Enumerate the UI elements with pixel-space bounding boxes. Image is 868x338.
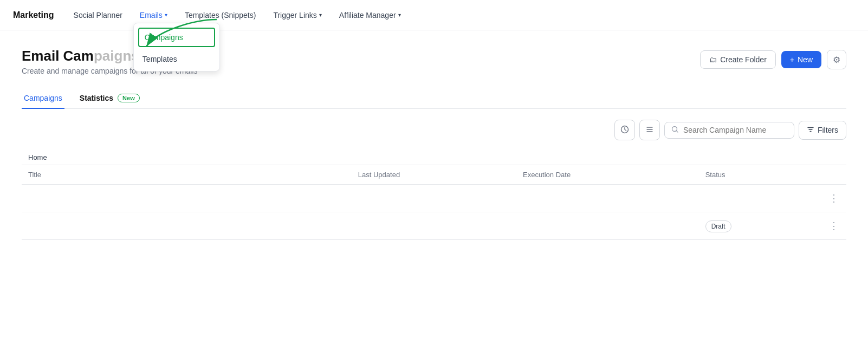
cell-title-1 bbox=[22, 185, 352, 212]
nav-trigger-links[interactable]: Trigger Links ▾ bbox=[267, 8, 328, 23]
clock-view-button[interactable] bbox=[614, 120, 635, 140]
trigger-links-chevron-icon: ▾ bbox=[319, 12, 322, 18]
nav-emails[interactable]: Emails ▾ bbox=[133, 8, 174, 23]
col-header-execution-date: Execution Date bbox=[516, 165, 699, 185]
nav-emails-wrapper: Emails ▾ Campaigns Templates bbox=[133, 8, 174, 23]
header-actions: 🗂 Create Folder + New ⚙ bbox=[700, 50, 846, 69]
filters-button[interactable]: Filters bbox=[799, 121, 846, 140]
gear-icon: ⚙ bbox=[833, 55, 840, 65]
new-button[interactable]: + New bbox=[781, 51, 821, 68]
search-input[interactable] bbox=[683, 126, 787, 134]
filter-icon bbox=[807, 126, 814, 135]
tab-campaigns[interactable]: Campaigns bbox=[22, 88, 64, 109]
tab-statistics[interactable]: Statistics New bbox=[77, 88, 142, 109]
plus-icon: + bbox=[790, 55, 794, 64]
col-header-last-updated: Last Updated bbox=[352, 165, 516, 185]
col-header-title: Title bbox=[22, 165, 352, 185]
new-badge: New bbox=[118, 94, 140, 102]
cell-execution-date-1 bbox=[516, 185, 699, 212]
cell-last-updated-2 bbox=[352, 212, 516, 240]
settings-gear-button[interactable]: ⚙ bbox=[827, 50, 846, 69]
toolbar: Filters bbox=[22, 120, 846, 140]
list-view-button[interactable] bbox=[639, 120, 660, 140]
list-icon bbox=[645, 125, 654, 135]
emails-dropdown-menu: Campaigns Templates bbox=[133, 23, 220, 72]
page-content: Email Campaigns Create and manage campai… bbox=[0, 30, 868, 240]
status-draft-badge: Draft bbox=[705, 220, 731, 232]
cell-status-1 bbox=[699, 185, 822, 212]
table-row: Draft ⋮ bbox=[22, 212, 846, 240]
nav-affiliate-manager[interactable]: Affiliate Manager ▾ bbox=[333, 8, 407, 23]
kebab-menu-button-2[interactable]: ⋮ bbox=[829, 220, 840, 232]
dropdown-item-templates[interactable]: Templates bbox=[134, 49, 219, 69]
create-folder-button[interactable]: 🗂 Create Folder bbox=[700, 50, 776, 69]
emails-chevron-icon: ▾ bbox=[165, 12, 167, 18]
tabs-bar: Campaigns Statistics New bbox=[22, 88, 846, 109]
folder-label: Home bbox=[22, 149, 846, 165]
folder-icon: 🗂 bbox=[709, 55, 717, 64]
kebab-menu-button-1[interactable]: ⋮ bbox=[829, 192, 840, 204]
top-navigation: Marketing Social Planner Emails ▾ Campai… bbox=[0, 0, 868, 30]
nav-social-planner[interactable]: Social Planner bbox=[67, 8, 129, 23]
table-header-row: Title Last Updated Execution Date Status bbox=[22, 165, 846, 185]
search-box bbox=[664, 122, 794, 139]
affiliate-manager-chevron-icon: ▾ bbox=[398, 12, 401, 18]
campaigns-table: Title Last Updated Execution Date Status… bbox=[22, 165, 846, 240]
nav-brand: Marketing bbox=[13, 10, 54, 20]
dropdown-item-campaigns[interactable]: Campaigns bbox=[138, 28, 215, 47]
col-header-actions bbox=[822, 165, 846, 185]
cell-execution-date-2 bbox=[516, 212, 699, 240]
cell-last-updated-1 bbox=[352, 185, 516, 212]
col-header-status: Status bbox=[699, 165, 822, 185]
cell-title-2 bbox=[22, 212, 352, 240]
cell-kebab-1: ⋮ bbox=[822, 185, 846, 212]
nav-templates-snippets[interactable]: Templates (Snippets) bbox=[178, 8, 263, 23]
campaigns-table-container: Home Title Last Updated Execution Date S… bbox=[22, 149, 846, 240]
cell-kebab-2: ⋮ bbox=[822, 212, 846, 240]
table-row: ⋮ bbox=[22, 185, 846, 212]
search-icon bbox=[671, 126, 679, 135]
cell-status-2: Draft bbox=[699, 212, 822, 240]
clock-icon bbox=[620, 125, 629, 135]
